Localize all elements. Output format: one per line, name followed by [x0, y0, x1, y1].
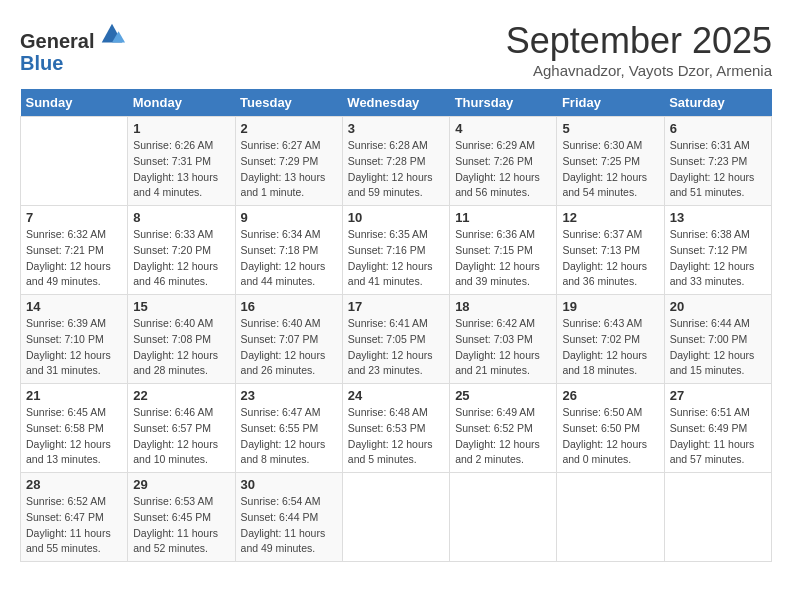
- day-number: 23: [241, 388, 337, 403]
- calendar-cell: 7Sunrise: 6:32 AMSunset: 7:21 PMDaylight…: [21, 206, 128, 295]
- calendar-week-row: 1Sunrise: 6:26 AMSunset: 7:31 PMDaylight…: [21, 117, 772, 206]
- day-number: 14: [26, 299, 122, 314]
- calendar-cell: 2Sunrise: 6:27 AMSunset: 7:29 PMDaylight…: [235, 117, 342, 206]
- calendar-cell: 14Sunrise: 6:39 AMSunset: 7:10 PMDayligh…: [21, 295, 128, 384]
- day-number: 15: [133, 299, 229, 314]
- day-number: 21: [26, 388, 122, 403]
- day-info: Sunrise: 6:53 AMSunset: 6:45 PMDaylight:…: [133, 494, 229, 557]
- calendar-cell: 23Sunrise: 6:47 AMSunset: 6:55 PMDayligh…: [235, 384, 342, 473]
- day-number: 10: [348, 210, 444, 225]
- day-number: 16: [241, 299, 337, 314]
- calendar-cell: 27Sunrise: 6:51 AMSunset: 6:49 PMDayligh…: [664, 384, 771, 473]
- day-number: 27: [670, 388, 766, 403]
- day-info: Sunrise: 6:30 AMSunset: 7:25 PMDaylight:…: [562, 138, 658, 201]
- day-number: 1: [133, 121, 229, 136]
- calendar-cell: 5Sunrise: 6:30 AMSunset: 7:25 PMDaylight…: [557, 117, 664, 206]
- logo-blue: Blue: [20, 52, 63, 74]
- day-info: Sunrise: 6:31 AMSunset: 7:23 PMDaylight:…: [670, 138, 766, 201]
- calendar-cell: 28Sunrise: 6:52 AMSunset: 6:47 PMDayligh…: [21, 473, 128, 562]
- calendar-cell: 24Sunrise: 6:48 AMSunset: 6:53 PMDayligh…: [342, 384, 449, 473]
- page-header: General Blue September 2025 Aghavnadzor,…: [20, 20, 772, 79]
- calendar-cell: 17Sunrise: 6:41 AMSunset: 7:05 PMDayligh…: [342, 295, 449, 384]
- day-number: 17: [348, 299, 444, 314]
- day-number: 7: [26, 210, 122, 225]
- day-info: Sunrise: 6:26 AMSunset: 7:31 PMDaylight:…: [133, 138, 229, 201]
- day-info: Sunrise: 6:34 AMSunset: 7:18 PMDaylight:…: [241, 227, 337, 290]
- weekday-header-monday: Monday: [128, 89, 235, 117]
- day-info: Sunrise: 6:32 AMSunset: 7:21 PMDaylight:…: [26, 227, 122, 290]
- day-number: 24: [348, 388, 444, 403]
- day-info: Sunrise: 6:40 AMSunset: 7:08 PMDaylight:…: [133, 316, 229, 379]
- calendar-cell: 15Sunrise: 6:40 AMSunset: 7:08 PMDayligh…: [128, 295, 235, 384]
- day-info: Sunrise: 6:41 AMSunset: 7:05 PMDaylight:…: [348, 316, 444, 379]
- day-number: 20: [670, 299, 766, 314]
- day-info: Sunrise: 6:42 AMSunset: 7:03 PMDaylight:…: [455, 316, 551, 379]
- logo-general: General: [20, 30, 94, 52]
- day-info: Sunrise: 6:47 AMSunset: 6:55 PMDaylight:…: [241, 405, 337, 468]
- calendar-cell: [21, 117, 128, 206]
- day-number: 13: [670, 210, 766, 225]
- calendar-cell: [557, 473, 664, 562]
- day-number: 30: [241, 477, 337, 492]
- day-info: Sunrise: 6:40 AMSunset: 7:07 PMDaylight:…: [241, 316, 337, 379]
- calendar-cell: [664, 473, 771, 562]
- day-info: Sunrise: 6:36 AMSunset: 7:15 PMDaylight:…: [455, 227, 551, 290]
- calendar-table: SundayMondayTuesdayWednesdayThursdayFrid…: [20, 89, 772, 562]
- calendar-cell: 4Sunrise: 6:29 AMSunset: 7:26 PMDaylight…: [450, 117, 557, 206]
- day-info: Sunrise: 6:38 AMSunset: 7:12 PMDaylight:…: [670, 227, 766, 290]
- calendar-cell: 10Sunrise: 6:35 AMSunset: 7:16 PMDayligh…: [342, 206, 449, 295]
- calendar-cell: 26Sunrise: 6:50 AMSunset: 6:50 PMDayligh…: [557, 384, 664, 473]
- day-number: 11: [455, 210, 551, 225]
- location: Aghavnadzor, Vayots Dzor, Armenia: [506, 62, 772, 79]
- calendar-cell: 19Sunrise: 6:43 AMSunset: 7:02 PMDayligh…: [557, 295, 664, 384]
- title-block: September 2025 Aghavnadzor, Vayots Dzor,…: [506, 20, 772, 79]
- calendar-cell: 6Sunrise: 6:31 AMSunset: 7:23 PMDaylight…: [664, 117, 771, 206]
- weekday-header-wednesday: Wednesday: [342, 89, 449, 117]
- day-info: Sunrise: 6:35 AMSunset: 7:16 PMDaylight:…: [348, 227, 444, 290]
- day-number: 25: [455, 388, 551, 403]
- calendar-cell: 30Sunrise: 6:54 AMSunset: 6:44 PMDayligh…: [235, 473, 342, 562]
- calendar-cell: [342, 473, 449, 562]
- day-number: 12: [562, 210, 658, 225]
- day-number: 8: [133, 210, 229, 225]
- calendar-cell: 8Sunrise: 6:33 AMSunset: 7:20 PMDaylight…: [128, 206, 235, 295]
- calendar-cell: 11Sunrise: 6:36 AMSunset: 7:15 PMDayligh…: [450, 206, 557, 295]
- calendar-cell: [450, 473, 557, 562]
- calendar-cell: 25Sunrise: 6:49 AMSunset: 6:52 PMDayligh…: [450, 384, 557, 473]
- day-info: Sunrise: 6:37 AMSunset: 7:13 PMDaylight:…: [562, 227, 658, 290]
- calendar-cell: 22Sunrise: 6:46 AMSunset: 6:57 PMDayligh…: [128, 384, 235, 473]
- day-number: 9: [241, 210, 337, 225]
- day-number: 22: [133, 388, 229, 403]
- day-number: 18: [455, 299, 551, 314]
- calendar-cell: 1Sunrise: 6:26 AMSunset: 7:31 PMDaylight…: [128, 117, 235, 206]
- day-info: Sunrise: 6:48 AMSunset: 6:53 PMDaylight:…: [348, 405, 444, 468]
- calendar-week-row: 28Sunrise: 6:52 AMSunset: 6:47 PMDayligh…: [21, 473, 772, 562]
- day-info: Sunrise: 6:28 AMSunset: 7:28 PMDaylight:…: [348, 138, 444, 201]
- day-number: 6: [670, 121, 766, 136]
- day-info: Sunrise: 6:44 AMSunset: 7:00 PMDaylight:…: [670, 316, 766, 379]
- weekday-header-friday: Friday: [557, 89, 664, 117]
- calendar-week-row: 14Sunrise: 6:39 AMSunset: 7:10 PMDayligh…: [21, 295, 772, 384]
- logo-icon: [98, 20, 126, 48]
- calendar-cell: 21Sunrise: 6:45 AMSunset: 6:58 PMDayligh…: [21, 384, 128, 473]
- day-info: Sunrise: 6:51 AMSunset: 6:49 PMDaylight:…: [670, 405, 766, 468]
- calendar-cell: 20Sunrise: 6:44 AMSunset: 7:00 PMDayligh…: [664, 295, 771, 384]
- day-info: Sunrise: 6:45 AMSunset: 6:58 PMDaylight:…: [26, 405, 122, 468]
- day-number: 5: [562, 121, 658, 136]
- weekday-header-tuesday: Tuesday: [235, 89, 342, 117]
- calendar-cell: 18Sunrise: 6:42 AMSunset: 7:03 PMDayligh…: [450, 295, 557, 384]
- day-number: 28: [26, 477, 122, 492]
- day-number: 26: [562, 388, 658, 403]
- calendar-week-row: 21Sunrise: 6:45 AMSunset: 6:58 PMDayligh…: [21, 384, 772, 473]
- day-info: Sunrise: 6:46 AMSunset: 6:57 PMDaylight:…: [133, 405, 229, 468]
- day-info: Sunrise: 6:27 AMSunset: 7:29 PMDaylight:…: [241, 138, 337, 201]
- calendar-cell: 12Sunrise: 6:37 AMSunset: 7:13 PMDayligh…: [557, 206, 664, 295]
- month-title: September 2025: [506, 20, 772, 62]
- day-number: 2: [241, 121, 337, 136]
- day-number: 4: [455, 121, 551, 136]
- day-info: Sunrise: 6:52 AMSunset: 6:47 PMDaylight:…: [26, 494, 122, 557]
- day-info: Sunrise: 6:33 AMSunset: 7:20 PMDaylight:…: [133, 227, 229, 290]
- weekday-header-sunday: Sunday: [21, 89, 128, 117]
- calendar-week-row: 7Sunrise: 6:32 AMSunset: 7:21 PMDaylight…: [21, 206, 772, 295]
- calendar-cell: 16Sunrise: 6:40 AMSunset: 7:07 PMDayligh…: [235, 295, 342, 384]
